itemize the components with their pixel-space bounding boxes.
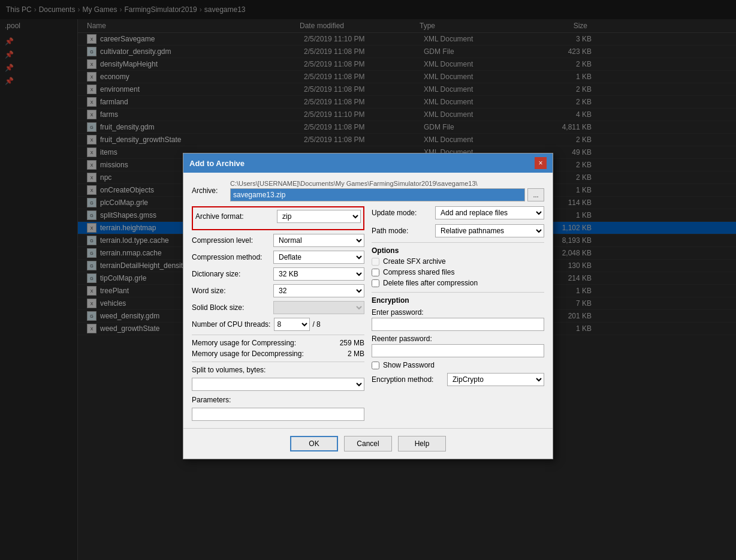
encryption-section: Encryption Enter password: Reenter passw… [372,296,544,386]
reenter-password-label: Reenter password: [372,335,544,343]
solid-block-label: Solid Block size: [192,303,270,312]
encryption-method-select[interactable]: ZipCrypto AES-128 AES-192 AES-256 [447,373,544,386]
divider-3 [372,242,544,243]
cpu-threads-label: Number of CPU threads: [192,320,270,329]
dictionary-size-label: Dictionary size: [192,270,270,278]
dictionary-size-row: Dictionary size: 32 KB 16 KB 64 KB [192,267,364,281]
create-sfx-label: Create SFX archive [383,257,446,266]
archive-format-select[interactable]: zip 7z tar wim [277,210,361,223]
archive-input-row: ... [230,188,544,201]
compress-shared-label: Compress shared files [383,268,454,276]
enter-password-input[interactable] [372,318,544,331]
parameters-row: Parameters: [192,396,364,404]
options-section: Options Create SFX archive Compress shar… [372,246,544,287]
show-password-checkbox[interactable] [372,362,379,369]
create-sfx-row: Create SFX archive [372,257,544,266]
ok-button[interactable]: OK [290,436,338,451]
archive-filename-input[interactable] [230,188,525,201]
divider-2 [192,362,364,362]
parameters-label: Parameters: [192,396,270,404]
delete-after-checkbox[interactable] [372,279,379,287]
archive-label: Archive: [192,186,228,195]
path-mode-row: Path mode: Relative pathnames Absolute p… [372,224,544,237]
compression-method-select[interactable]: Deflate Store Deflate64 BZip2 LZMA [273,251,364,264]
delete-after-row: Delete files after compression [372,279,544,287]
word-size-label: Word size: [192,287,270,295]
compression-method-row: Compression method: Deflate Store Deflat… [192,251,364,264]
options-title: Options [372,246,544,255]
compression-level-label: Compression level: [192,236,270,245]
dialog-title: Add to Archive [189,159,245,168]
dictionary-size-select[interactable]: 32 KB 16 KB 64 KB [273,267,364,281]
cpu-threads-max: / 8 [312,320,320,329]
browse-button[interactable]: ... [527,188,544,201]
dialog-body: Archive: C:\Users\[USERNAME]\Documents\M… [183,173,553,428]
memory-compress-value: 259 MB [328,339,364,347]
memory-decompress-value: 2 MB [328,350,364,358]
parameters-input[interactable] [192,408,364,421]
solid-block-row: Solid Block size: [192,301,364,314]
update-mode-select[interactable]: Add and replace files Update and add fil… [435,206,544,219]
memory-compress-row: Memory usage for Compressing: 259 MB [192,339,364,347]
enter-password-label: Enter password: [372,308,544,317]
dialog-columns: Archive format: zip 7z tar wim Compressi… [192,206,544,421]
memory-decompress-row: Memory usage for Decompressing: 2 MB [192,350,364,358]
cpu-threads-row: Number of CPU threads: 8 1 2 4 / 8 [192,318,364,331]
memory-decompress-label: Memory usage for Decompressing: [192,350,326,358]
dialog-right-panel: Update mode: Add and replace files Updat… [372,206,544,421]
dialog-titlebar: Add to Archive × [183,153,553,173]
encryption-title: Encryption [372,296,544,305]
cpu-threads-select[interactable]: 8 1 2 4 [274,318,310,331]
archive-format-section: Archive format: zip 7z tar wim [192,206,364,230]
split-volumes-label: Split to volumes, bytes: [192,366,270,374]
archive-format-label: Archive format: [195,212,273,221]
help-button[interactable]: Help [398,436,446,451]
archive-path-text: C:\Users\[USERNAME]\Documents\My Games\F… [230,180,544,187]
cancel-button[interactable]: Cancel [344,436,392,451]
compress-shared-checkbox[interactable] [372,269,379,276]
dialog-close-button[interactable]: × [535,157,547,169]
update-mode-label: Update mode: [372,209,432,217]
split-volumes-select[interactable] [192,378,364,391]
compress-shared-row: Compress shared files [372,268,544,276]
word-size-row: Word size: 32 16 64 128 [192,284,364,297]
update-mode-row: Update mode: Add and replace files Updat… [372,206,544,219]
compression-method-label: Compression method: [192,253,270,261]
show-password-row: Show Password [372,361,544,369]
split-volumes-row: Split to volumes, bytes: [192,366,364,374]
path-mode-label: Path mode: [372,227,432,235]
encryption-method-row: Encryption method: ZipCrypto AES-128 AES… [372,373,544,386]
path-mode-select[interactable]: Relative pathnames Absolute pathnames No… [435,224,544,237]
encryption-method-label: Encryption method: [372,375,444,384]
add-to-archive-dialog: Add to Archive × Archive: C:\Users\[USER… [183,153,553,459]
dialog-buttons: OK Cancel Help [183,428,553,459]
reenter-password-input[interactable] [372,344,544,357]
compression-level-select[interactable]: Normal Store Fastest Fast Maximum Ultra [273,234,364,247]
solid-block-select[interactable] [273,301,364,314]
divider-4 [372,292,544,293]
divider-1 [192,335,364,335]
create-sfx-checkbox[interactable] [372,258,379,266]
dialog-left-panel: Archive format: zip 7z tar wim Compressi… [192,206,364,421]
word-size-select[interactable]: 32 16 64 128 [273,284,364,297]
archive-format-row: Archive format: zip 7z tar wim [195,210,361,223]
archive-path-row: Archive: C:\Users\[USERNAME]\Documents\M… [192,180,544,201]
show-password-label: Show Password [383,361,435,369]
delete-after-label: Delete files after compression [383,279,478,287]
memory-compress-label: Memory usage for Compressing: [192,339,326,347]
archive-path-container: C:\Users\[USERNAME]\Documents\My Games\F… [230,180,544,201]
compression-level-row: Compression level: Normal Store Fastest … [192,234,364,247]
